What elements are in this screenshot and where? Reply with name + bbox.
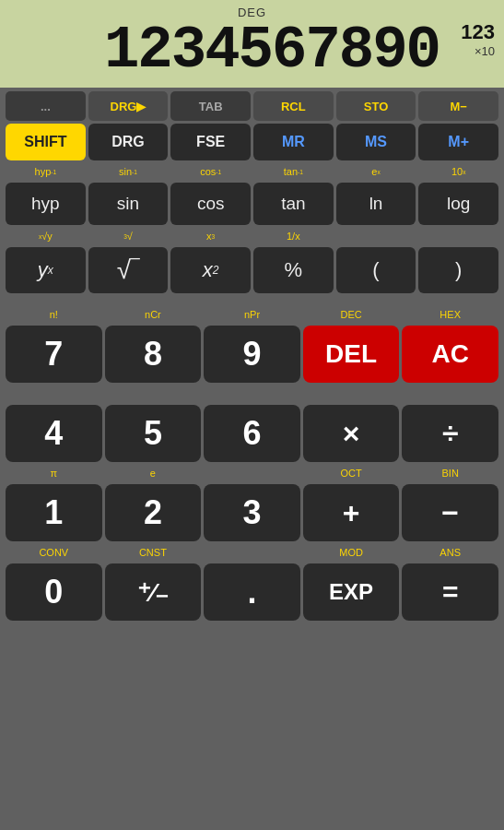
conv-label: CONV: [6, 544, 102, 561]
empty-456-1: [6, 385, 102, 402]
rcl-button[interactable]: RCL: [253, 91, 334, 121]
top-func-row: ... DRG▶ TAB RCL STO M−: [6, 91, 498, 121]
sin-inv-label: sin-1: [88, 163, 169, 180]
sin-button[interactable]: sin: [88, 183, 169, 225]
x-cubed-label: x3: [170, 228, 251, 244]
one-button[interactable]: 1: [6, 484, 102, 541]
x-root-y-label: x√y: [6, 228, 86, 244]
row789-btn-row: 7 8 9 DEL AC: [6, 326, 498, 383]
dec-label: DEC: [303, 306, 400, 323]
e-label: e: [105, 465, 202, 481]
gap-row: [6, 296, 498, 303]
tab-button[interactable]: TAB: [170, 91, 251, 121]
divide-button[interactable]: ÷: [402, 405, 498, 462]
row456-btn-row: 4 5 6 × ÷: [6, 405, 498, 462]
row456-label-row: [6, 385, 498, 402]
minus-button[interactable]: −: [402, 484, 498, 541]
mr-button[interactable]: MR: [253, 124, 334, 160]
row0-label-row: CONV CNST MOD ANS: [6, 544, 498, 561]
ans-label: ANS: [402, 544, 498, 561]
exp-x10-label: ×10: [475, 44, 495, 58]
display-area: DEG 1234567890 123 ×10: [0, 0, 504, 88]
empty-456-4: [303, 385, 400, 402]
empty-123: [204, 465, 300, 481]
empty-label2: [418, 228, 498, 244]
row789-label-row: n! nCr nPr DEC HEX: [6, 306, 498, 323]
calc-body: ... DRG▶ TAB RCL STO M− SHIFT DRG FSE MR…: [0, 88, 504, 830]
fse-button[interactable]: FSE: [170, 124, 251, 160]
equals-button[interactable]: =: [402, 563, 498, 621]
empty-456-3: [204, 385, 300, 402]
drg-arrow-button[interactable]: DRG▶: [88, 91, 169, 121]
eight-button[interactable]: 8: [105, 326, 202, 383]
hyp-inv-label: hyp-1: [6, 163, 86, 180]
main-display: 1234567890 123 ×10: [9, 21, 495, 80]
ten-x-label: 10x: [418, 163, 498, 180]
log-button[interactable]: log: [418, 183, 498, 225]
dots-button[interactable]: ...: [6, 91, 86, 121]
plus-button[interactable]: +: [303, 484, 400, 541]
seven-button[interactable]: 7: [6, 326, 102, 383]
yx-btn-row: yx √‾ x2 % ( ): [6, 247, 498, 293]
cos-inv-label: cos-1: [170, 163, 251, 180]
mode-row: SHIFT DRG FSE MR MS M+: [6, 124, 498, 160]
yx-button[interactable]: yx: [6, 247, 86, 293]
sto-button[interactable]: STO: [336, 91, 416, 121]
drg-button[interactable]: DRG: [88, 124, 169, 160]
tan-inv-label: tan-1: [253, 163, 334, 180]
two-button[interactable]: 2: [105, 484, 202, 541]
exp-button[interactable]: EXP: [303, 563, 400, 621]
sci-label-row: hyp-1 sin-1 cos-1 tan-1 ex 10x: [6, 163, 498, 180]
four-button[interactable]: 4: [6, 405, 102, 462]
m-minus-button[interactable]: M−: [418, 91, 498, 121]
three-button[interactable]: 3: [204, 484, 300, 541]
multiply-button[interactable]: ×: [303, 405, 400, 462]
sci-btn-row: hyp sin cos tan ln log: [6, 183, 498, 225]
cos-button[interactable]: cos: [170, 183, 251, 225]
tan-button[interactable]: tan: [253, 183, 334, 225]
empty-456-2: [105, 385, 202, 402]
del-button[interactable]: DEL: [303, 326, 400, 383]
empty-456-5: [402, 385, 498, 402]
cube-root-label: 3√: [88, 228, 169, 244]
row123-label-row: π e OCT BIN: [6, 465, 498, 481]
hex-label: HEX: [402, 306, 498, 323]
sqrt-button[interactable]: √‾: [88, 247, 169, 293]
row123-btn-row: 1 2 3 + −: [6, 484, 498, 541]
m-plus-button[interactable]: M+: [418, 124, 498, 160]
six-button[interactable]: 6: [204, 405, 300, 462]
cnst-label: CNST: [105, 544, 202, 561]
ac-button[interactable]: AC: [402, 326, 498, 383]
oct-label: OCT: [303, 465, 400, 481]
exp-value: 123: [461, 20, 495, 44]
ex-label: ex: [336, 163, 416, 180]
bin-label: BIN: [402, 465, 498, 481]
ms-button[interactable]: MS: [336, 124, 416, 160]
percent-button[interactable]: %: [253, 247, 334, 293]
close-paren-button[interactable]: ): [418, 247, 498, 293]
mod-label: MOD: [303, 544, 400, 561]
zero-button[interactable]: 0: [6, 563, 102, 621]
x2-button[interactable]: x2: [170, 247, 251, 293]
hyp-button[interactable]: hyp: [6, 183, 86, 225]
ln-button[interactable]: ln: [336, 183, 416, 225]
open-paren-button[interactable]: (: [336, 247, 416, 293]
dot-button[interactable]: .: [204, 563, 300, 621]
inv-x-label: 1/x: [253, 228, 334, 244]
five-button[interactable]: 5: [105, 405, 202, 462]
plusminus-button[interactable]: ⁺∕₋: [105, 563, 202, 621]
ncr-label: nCr: [105, 306, 202, 323]
row0-btn-row: 0 ⁺∕₋ . EXP =: [6, 563, 498, 621]
nine-button[interactable]: 9: [204, 326, 300, 383]
empty-0: [204, 544, 300, 561]
display-number: 1234567890: [104, 21, 440, 80]
yx-label-row: x√y 3√ x3 1/x: [6, 228, 498, 244]
pi-label: π: [6, 465, 102, 481]
npr-label: nPr: [204, 306, 300, 323]
shift-button[interactable]: SHIFT: [6, 124, 86, 160]
empty-label1: [336, 228, 416, 244]
exponent-block: 123 ×10: [461, 20, 495, 58]
n-fact-label: n!: [6, 306, 102, 323]
